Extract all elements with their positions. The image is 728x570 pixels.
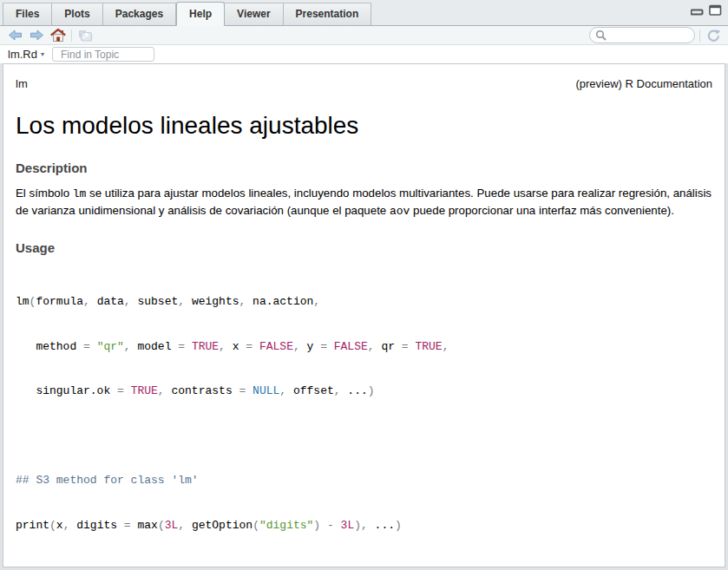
find-in-topic-input[interactable] (52, 47, 154, 62)
tab-files[interactable]: Files (3, 3, 52, 25)
chevron-down-icon: ▾ (41, 50, 44, 58)
search-icon (595, 29, 607, 41)
maximize-pane-button[interactable] (709, 5, 722, 16)
code-line: singular.ok = TRUE, contrasts = NULL, of… (16, 382, 712, 401)
help-content[interactable]: lm (preview) R Documentation Los modelos… (3, 63, 725, 567)
page-title: Los modelos lineales ajustables (16, 112, 712, 140)
home-icon (50, 29, 66, 42)
refresh-icon (706, 29, 721, 43)
help-toolbar (0, 26, 728, 45)
minimize-pane-button[interactable] (691, 5, 704, 16)
forward-arrow-icon (30, 29, 44, 41)
tab-plots[interactable]: Plots (52, 3, 102, 25)
back-button[interactable] (6, 28, 23, 43)
tab-presentation[interactable]: Presentation (284, 3, 372, 25)
tab-viewer[interactable]: Viewer (225, 3, 283, 25)
section-heading-description: Description (16, 161, 712, 175)
usage-code-block: lm(formula, data, subset, weights, na.ac… (16, 266, 712, 560)
doc-meta-topic: lm (16, 77, 28, 90)
popout-icon (78, 29, 93, 42)
maximize-icon (709, 4, 722, 16)
back-arrow-icon (8, 29, 23, 41)
popout-button[interactable] (76, 28, 94, 43)
tab-help[interactable]: Help (176, 2, 225, 26)
doc-meta-row: lm (preview) R Documentation (16, 77, 712, 90)
section-heading-usage: Usage (16, 240, 712, 255)
minimize-icon (691, 5, 704, 16)
code-line (16, 427, 712, 446)
topic-bar: lm.Rd ▾ (0, 45, 728, 63)
doc-meta-source: (preview) R Documentation (575, 77, 712, 90)
code-line: lm(formula, data, subset, weights, na.ac… (16, 292, 712, 311)
refresh-button[interactable] (705, 28, 722, 43)
forward-button[interactable] (28, 28, 45, 43)
toolbar-separator (71, 29, 72, 42)
code-line: print(x, digits = max(3L, getOption("dig… (16, 516, 712, 535)
window-controls (691, 5, 722, 16)
help-pane: Files Plots Packages Help Viewer Present… (0, 0, 728, 570)
description-paragraph: El símbolo lm se utiliza para ajustar mo… (16, 185, 712, 219)
tab-packages[interactable]: Packages (103, 3, 176, 25)
code-line: method = "qr", model = TRUE, x = FALSE, … (16, 337, 712, 357)
topic-label: lm.Rd (8, 48, 37, 61)
code-line: ## S3 method for class 'lm' (16, 471, 712, 490)
help-search-box (589, 27, 695, 43)
help-search-input[interactable] (609, 29, 687, 43)
topic-dropdown[interactable]: lm.Rd ▾ (8, 48, 44, 61)
home-button[interactable] (49, 28, 67, 43)
pane-tab-bar: Files Plots Packages Help Viewer Present… (0, 0, 728, 26)
toolbar-separator-2 (699, 29, 700, 42)
